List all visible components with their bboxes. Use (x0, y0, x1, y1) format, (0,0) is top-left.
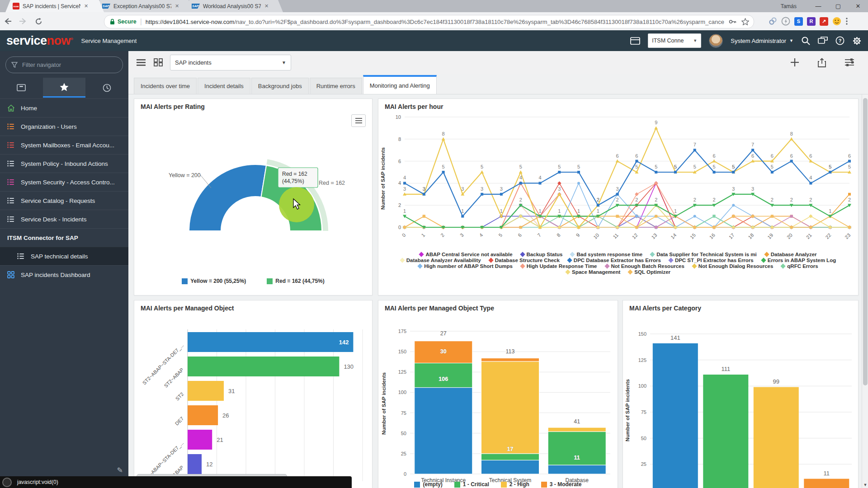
url-omnibox[interactable]: Secure | https://dev18041.service-now.co… (104, 15, 754, 28)
sidebar-tab-history[interactable] (85, 78, 128, 98)
legend-item[interactable]: Not Enough Dialog Resources (693, 263, 774, 269)
filter-navigator[interactable] (5, 56, 123, 73)
svg-text:6: 6 (809, 153, 812, 159)
user-menu[interactable]: System Administrator▼ (731, 38, 793, 44)
chart-context-menu-button[interactable] (351, 114, 366, 127)
dashboard-grid-icon[interactable] (154, 58, 163, 66)
sidebar-item-home[interactable]: Home (0, 99, 128, 117)
scroll-down-arrow[interactable]: ▼ (862, 483, 868, 487)
browser-tab[interactable]: SAPWorkload Analysis00 S72✕ (184, 0, 283, 12)
back-icon[interactable] (0, 14, 15, 28)
tab-close-icon[interactable]: ✕ (175, 3, 179, 9)
s-extension-icon[interactable]: S (794, 17, 803, 26)
dashboard-picker[interactable]: SAP incidents▼ (170, 55, 291, 70)
sidebar-item-system-policy-inbound-actions[interactable]: System Policy - Inbound Actions (0, 154, 128, 173)
bookmark-star-icon[interactable] (741, 18, 749, 25)
configuration-sliders-icon[interactable] (844, 58, 854, 67)
add-widget-icon[interactable] (790, 58, 799, 67)
url-host: https://dev18041.service-now.com (146, 19, 235, 25)
svg-text:1: 1 (538, 208, 541, 214)
legend-item[interactable]: 2 - High (501, 481, 529, 488)
sidebar-item-sap-incidents-dashboard[interactable]: SAP incidents Dashboard (0, 265, 128, 284)
donut-legend: Yellow = 200 (55,25%)Red = 162 (44,75%) (134, 278, 372, 284)
sidebar-item-service-desk-incidents[interactable]: Service Desk - Incidents (0, 210, 128, 228)
legend-item[interactable]: High Update Response Time (521, 263, 597, 269)
instance-picker[interactable]: ITSM Conne▼ (648, 33, 701, 48)
window-minimize-button[interactable]: — (808, 0, 828, 12)
vbar-chart: 0255075100125150Number of SAP incidents1… (623, 313, 858, 488)
reload-icon[interactable] (31, 14, 46, 28)
share-icon[interactable] (817, 58, 826, 67)
svg-text:5: 5 (829, 164, 831, 169)
legend-item[interactable]: DPC ST_PI Extractor has Errors (669, 258, 754, 263)
r-extension-icon[interactable]: R (807, 17, 816, 26)
scrollbar-thumb[interactable] (863, 98, 868, 385)
legend-item[interactable]: Yellow = 200 (55,25%) (182, 278, 246, 284)
sidebar-item-organization-users[interactable]: Organization - Users (0, 117, 128, 136)
tab-incident-details[interactable]: Incident details (198, 78, 250, 94)
svg-text:15: 15 (689, 232, 697, 240)
window-close-button[interactable]: ✕ (848, 0, 868, 12)
avatar[interactable] (709, 34, 723, 48)
window-maximize-button[interactable]: ▢ (828, 0, 848, 12)
svg-text:21: 21 (805, 232, 813, 240)
link-extension-icon[interactable] (768, 17, 777, 26)
tab-incidents-over-time[interactable]: Incidents over time (134, 78, 197, 94)
svg-text:175: 175 (398, 328, 406, 334)
legend-item[interactable]: 3 - Moderate (541, 481, 582, 488)
sidebar-tab-applications[interactable] (0, 78, 43, 98)
tab-runtime-errors[interactable]: Runtime errors (310, 78, 362, 94)
legend-item[interactable]: Bad system response time (571, 252, 642, 257)
key-icon[interactable] (729, 19, 737, 25)
legend-item[interactable]: 1 - Critical (454, 481, 489, 488)
edit-favorites-pencil-icon[interactable]: ✎ (117, 466, 123, 474)
browser-tab[interactable]: nowSAP incidents | ServiceNo✕ (5, 0, 104, 12)
page-scrollbar[interactable]: ▼ (862, 94, 868, 488)
legend-item[interactable]: Backup Status (521, 252, 563, 257)
legend-item[interactable]: Database Analyzer (765, 252, 817, 257)
filter-navigator-input[interactable] (21, 61, 113, 69)
legend-item[interactable]: Not Enough Batch Resources (605, 263, 684, 269)
sidebar-item-system-mailboxes-email-accou[interactable]: System Mailboxes - Email Accou... (0, 136, 128, 154)
legend-item[interactable]: SQL Optimizer (628, 269, 670, 275)
smiley-extension-icon[interactable] (832, 17, 841, 26)
conversations-icon[interactable] (818, 37, 828, 45)
tab-close-icon[interactable]: ✕ (264, 3, 269, 9)
legend-item[interactable]: Database Structure Check (489, 258, 560, 263)
sidebar-item-system-security-access-contro[interactable]: System Security - Access Contro... (0, 173, 128, 191)
legend-item[interactable]: Database Analyzer Availability (401, 258, 481, 263)
tab-background-jobs[interactable]: Background jobs (251, 78, 309, 94)
legend-item[interactable]: Space Management (566, 269, 620, 275)
legend-item[interactable]: qRFC Errors (781, 263, 818, 269)
legend-item[interactable]: Red = 162 (44,75%) (267, 278, 324, 284)
redirect-extension-icon[interactable]: ↗ (820, 17, 828, 26)
gear-icon[interactable] (852, 36, 862, 46)
legend-item[interactable]: High number of ABAP Short Dumps (418, 263, 513, 269)
forward-icon[interactable] (15, 14, 31, 28)
search-icon[interactable] (801, 36, 810, 45)
legend-item[interactable]: (empty) (414, 481, 442, 488)
browser-tab[interactable]: SAPException Analysis00 S72✕ (95, 0, 193, 12)
sidebar-tab-favorites[interactable] (43, 78, 86, 98)
svg-text:12: 12 (206, 461, 212, 468)
help-icon[interactable]: ? (835, 36, 844, 45)
svg-text:75: 75 (641, 409, 646, 415)
svg-text:25: 25 (401, 451, 406, 456)
legend-item[interactable]: Data Supplier for Technical System is mi (651, 252, 757, 257)
legend-item[interactable]: ABAP Central Service not available (420, 252, 512, 257)
card-mai-alerts-per-category: MAI Alerts per Category 0255075100125150… (623, 300, 859, 488)
tab-monitoring-and-alerting[interactable]: Monitoring and Alerting (363, 75, 437, 94)
list-icon (17, 253, 25, 259)
browser-menu-icon[interactable] (845, 17, 848, 26)
legend-item[interactable]: Errors in ABAP System Log (762, 258, 836, 263)
legend-item[interactable]: DPC Database Extractor has Errors (568, 258, 661, 263)
line-legend: ABAP Central Service not availableBackup… (391, 252, 845, 275)
dashboard-list-icon[interactable] (137, 59, 146, 66)
power-extension-icon[interactable] (781, 17, 790, 26)
window-icon[interactable] (630, 37, 640, 45)
tab-title: Exception Analysis00 S72 (113, 3, 171, 9)
status-circle-icon (2, 478, 12, 487)
sidebar-item-sap-technical-details[interactable]: SAP technical details (0, 247, 128, 265)
tab-close-icon[interactable]: ✕ (84, 3, 88, 9)
sidebar-item-service-catalog-requests[interactable]: Service Catalog - Requests (0, 191, 128, 210)
